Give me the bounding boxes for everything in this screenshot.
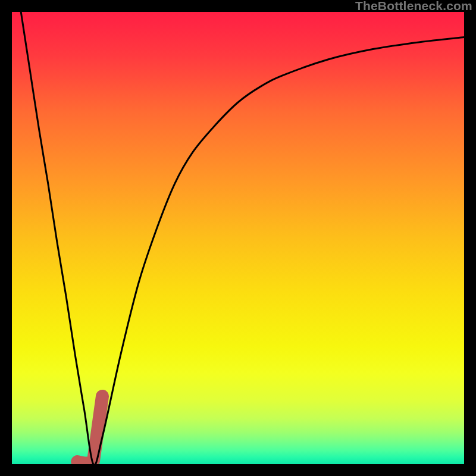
chart-frame: TheBottleneck.com [0, 0, 476, 476]
attribution-watermark: TheBottleneck.com [355, 0, 472, 12]
chart-svg [12, 12, 464, 464]
plot-area [12, 12, 464, 464]
bottleneck-curve [21, 12, 464, 464]
